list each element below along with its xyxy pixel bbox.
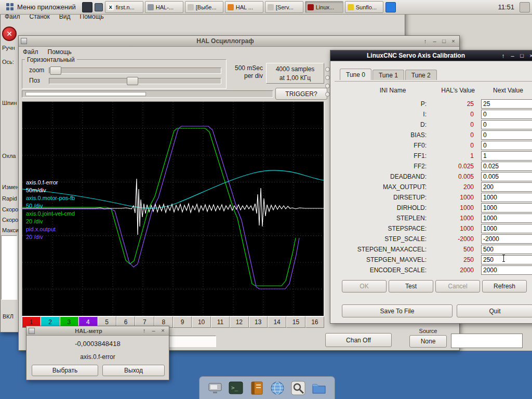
menu-item-Помощь[interactable]: Помощь [48, 48, 72, 56]
taskbar-window-button[interactable]: Sunflo... [345, 1, 383, 13]
calib-row: DIRSETUP:1000 [330, 193, 532, 203]
file-manager-icon[interactable] [311, 380, 327, 396]
channel-button-15[interactable]: 15 [286, 316, 305, 328]
close-icon[interactable]: × [159, 327, 167, 335]
next-value-input[interactable] [481, 203, 532, 212]
next-value-input[interactable] [481, 110, 532, 119]
zoom-slider-handle[interactable] [50, 66, 61, 75]
pos-label: Поз [29, 77, 40, 84]
test-button[interactable]: Test [389, 280, 433, 292]
next-value-input[interactable] [481, 141, 532, 150]
vertical-radio-icon[interactable] [325, 92, 330, 97]
hal-value: 250 [428, 256, 474, 263]
meter-titlebar[interactable]: HAL-метр ↑ – × [26, 326, 169, 336]
scope-window-title: HAL Осциллограф [29, 37, 421, 45]
search-tray-icon[interactable] [520, 2, 530, 12]
maximize-icon[interactable]: □ [518, 52, 526, 60]
next-value-input[interactable] [481, 255, 532, 264]
display-tray-icon[interactable] [95, 3, 103, 11]
save-to-file-button[interactable]: Save To File [342, 304, 453, 317]
minimize-icon[interactable]: – [150, 327, 157, 335]
next-value-input[interactable] [481, 214, 532, 223]
projector-icon[interactable] [207, 380, 223, 396]
next-value-input[interactable] [481, 245, 532, 254]
next-value-input[interactable] [481, 99, 532, 109]
search-icon[interactable] [290, 380, 307, 396]
channel-button-11[interactable]: 11 [211, 316, 230, 328]
pos-slider-handle[interactable] [127, 77, 138, 85]
axis-panel-label: Скоро [2, 217, 18, 223]
calibration-table: P:25I:0D:0BIAS:0FF0:0FF1:1FF2:0.025DEADB… [330, 99, 532, 276]
next-value-input[interactable] [481, 234, 532, 244]
vertical-radio-icon[interactable] [325, 67, 330, 72]
applications-menu-button[interactable]: Меню приложений [2, 1, 80, 14]
select-button[interactable]: Выбрать [32, 365, 98, 376]
monitor-tray-icon[interactable] [82, 2, 92, 12]
pin-icon[interactable]: ↑ [499, 52, 507, 60]
next-value-input[interactable] [481, 162, 532, 171]
next-value-input[interactable] [481, 193, 532, 202]
estop-button[interactable]: ✕ [2, 26, 17, 41]
screenshot-tray-icon[interactable] [385, 2, 396, 12]
channel-button-16[interactable]: 16 [305, 316, 324, 328]
calib-row: STEPGEN_MAXACCEL:500 [330, 245, 532, 255]
minimize-icon[interactable]: – [431, 37, 438, 45]
trace-scale: 50m/div [26, 187, 75, 194]
axis-side-listbox[interactable] [1, 235, 17, 300]
taskbar-button-label: HAL-... [156, 4, 174, 10]
channel-button-12[interactable]: 12 [230, 316, 248, 328]
calib-row: BIAS:0 [330, 130, 532, 141]
tab-tune-0[interactable]: Tune 0 [340, 69, 371, 80]
clock: 11:51 [495, 3, 517, 11]
scope-value-entry[interactable] [451, 334, 523, 348]
web-browser-icon[interactable] [269, 380, 286, 396]
zoom-slider[interactable] [49, 68, 221, 74]
pin-icon[interactable]: ↑ [140, 327, 148, 335]
next-value-input[interactable] [481, 151, 532, 161]
calibration-titlebar[interactable]: LinuxCNC Servo Axis Calibration ↑ – □ × [330, 50, 532, 61]
scope-titlebar[interactable]: HAL Осциллограф ↑ – □ × [19, 36, 459, 47]
taskbar-window-button[interactable]: [Выбе... [185, 1, 223, 13]
vertical-radio-icon[interactable] [325, 84, 330, 88]
quit-button[interactable]: Quit [457, 304, 532, 317]
taskbar-window-button[interactable]: Xfirst.n... [105, 1, 143, 13]
next-value-input[interactable] [481, 265, 532, 275]
per-div-readout: 500 mSecper div [225, 64, 263, 80]
ini-name-label: STEPGEN_MAXACCEL: [330, 246, 427, 253]
chan-off-button[interactable]: Chan Off [325, 333, 392, 347]
minimize-icon[interactable]: – [509, 52, 516, 60]
menu-item-Файл[interactable]: Файл [23, 48, 38, 56]
vertical-radio-icon[interactable] [325, 75, 330, 80]
taskbar-window-button[interactable]: [Serv... [265, 1, 303, 13]
next-value-input[interactable] [481, 224, 532, 233]
cancel-button[interactable]: Cancel [435, 280, 480, 292]
channel-button-14[interactable]: 14 [268, 316, 286, 328]
log-viewer-icon[interactable] [248, 380, 265, 396]
next-value-input[interactable] [481, 172, 532, 181]
taskbar-window-button[interactable]: HAL-... [145, 1, 183, 13]
tab-tune-1[interactable]: Tune 1 [373, 70, 404, 80]
ok-button[interactable]: OK [342, 280, 387, 292]
trigger-position-bar[interactable] [22, 90, 273, 98]
channel-button-13[interactable]: 13 [249, 316, 268, 328]
channel-button-10[interactable]: 10 [192, 316, 210, 328]
maximize-icon[interactable]: □ [440, 37, 448, 45]
trigger-button[interactable]: TRIGGER? [275, 88, 327, 100]
source-button[interactable]: None [409, 335, 447, 348]
channel-button-9[interactable]: 9 [173, 316, 192, 328]
close-icon[interactable]: × [449, 37, 457, 45]
taskbar-button-label: Linux... [316, 4, 334, 10]
next-value-input[interactable] [481, 120, 532, 129]
taskbar-window-button[interactable]: HAL ... [225, 1, 263, 13]
tab-tune-2[interactable]: Tune 2 [405, 70, 437, 80]
taskbar-window-button[interactable]: Linux... [305, 1, 343, 13]
pin-icon[interactable]: ↑ [421, 37, 429, 45]
terminal-icon[interactable]: >_ [228, 380, 244, 396]
next-value-input[interactable] [481, 130, 532, 140]
close-icon[interactable]: × [527, 52, 532, 60]
ini-name-label: STEPSPACE: [330, 225, 427, 232]
exit-button[interactable]: Выход [102, 365, 165, 376]
refresh-button[interactable]: Refresh [482, 280, 527, 292]
column-header-ini: INI Name [359, 87, 427, 94]
next-value-input[interactable] [481, 182, 532, 192]
